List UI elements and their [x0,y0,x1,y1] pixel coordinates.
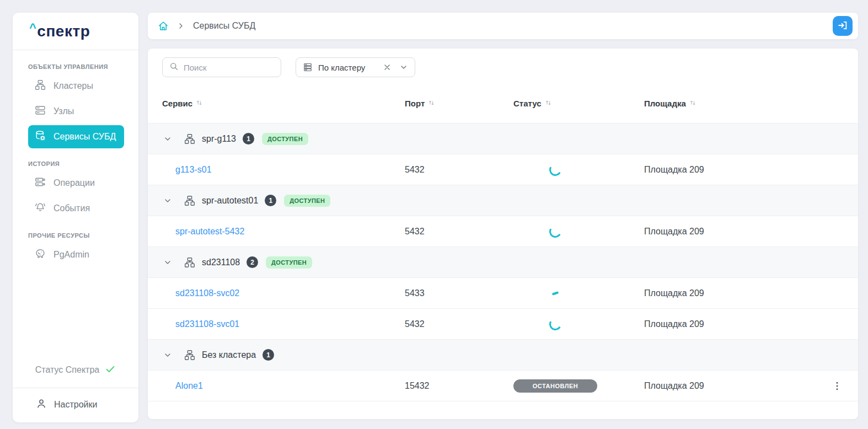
chevron-down-icon[interactable] [399,63,408,72]
topbar: Сервисы СУБД [148,13,858,39]
db-services-panel: По кластеру СервисПортСтатусПлощадка spr… [148,49,858,419]
clear-filter-icon[interactable] [383,63,392,72]
service-status [513,164,644,176]
cluster-status-badge: ДОСТУПЕН [266,256,312,269]
sidebar-nav: ОБЪЕКТЫ УПРАВЛЕНИЯКластерыУзлыСервисы СУ… [13,50,138,356]
chevron-right-icon [176,22,185,30]
column-header-порт[interactable]: Порт [405,99,513,108]
sidebar: ^спектр ОБЪЕКТЫ УПРАВЛЕНИЯКластерыУзлыСе… [13,13,138,422]
loading-spinner [548,162,563,177]
service-name-link[interactable]: spr-autotest-5432 [162,227,405,237]
sidebar-item-label: Сервисы СУБД [53,132,116,142]
column-header-статус[interactable]: Статус [513,99,644,108]
column-label: Площадка [644,99,686,108]
logo-caret: ^ [29,21,36,35]
loading-spinner [552,291,559,296]
service-count-badge: 1 [262,349,274,361]
nav-section-title: ПРОЧИЕ РЕСУРСЫ [13,222,138,241]
cluster-name: spr-g113 [202,134,236,144]
chevron-down-icon[interactable] [163,196,172,205]
loading-spinner [548,317,563,331]
home-icon[interactable] [158,20,169,31]
spektr-status-label: Статус Спектра [35,365,99,375]
cluster-name: sd231108 [202,258,240,267]
user-icon [36,398,47,411]
sidebar-item-сервисы-субд[interactable]: Сервисы СУБД [28,125,124,148]
chevron-down-icon[interactable] [163,351,172,360]
group-by-cluster-filter[interactable]: По кластеру [296,57,415,77]
sidebar-item-label: Операции [53,178,95,188]
service-name-link[interactable]: Alone1 [162,381,405,391]
search-input[interactable] [184,63,274,72]
cluster-icon [184,257,195,268]
table-body: spr-g1131ДОСТУПЕНg113-s015432Площадка 20… [148,124,858,401]
cluster-group-row[interactable]: Без кластера1 [148,340,858,371]
column-label: Порт [405,99,425,108]
cluster-icon [184,350,195,361]
login-button[interactable] [833,16,853,36]
service-row: g113-s015432Площадка 209 [148,154,858,185]
service-row: Alone115432ОСТАНОВЛЕНПлощадка 209 [148,371,858,401]
service-name-link[interactable]: sd231108-svc02 [162,288,405,298]
cluster-group-row[interactable]: spr-g1131ДОСТУПЕН [148,124,858,154]
sort-icon[interactable] [196,99,203,108]
pgadmin-elephant-icon [35,248,46,261]
loading-spinner [548,224,563,239]
settings-label: Настройки [54,400,97,410]
column-label: Сервис [162,99,192,108]
cluster-status-badge: ДОСТУПЕН [262,133,308,145]
sidebar-item-узлы[interactable]: Узлы [28,100,124,123]
status-badge-stopped: ОСТАНОВЛЕН [513,379,597,393]
sidebar-item-label: Узлы [53,106,74,116]
sidebar-item-события[interactable]: События [28,197,124,220]
nav-section-title: ИСТОРИЯ [13,151,138,169]
chevron-down-icon[interactable] [163,135,172,143]
sidebar-item-label: События [53,203,90,213]
cluster-group-row[interactable]: sd2311082ДОСТУПЕН [148,247,858,278]
cluster-icon [184,133,195,144]
service-status [513,226,644,238]
search-box[interactable] [162,57,281,77]
cluster-icon [184,195,195,206]
sort-icon[interactable] [545,99,552,108]
operations-icon [35,176,46,190]
sidebar-item-операции[interactable]: Операции [28,171,124,195]
column-header-площадка[interactable]: Площадка [644,99,822,108]
service-site: Площадка 209 [644,288,822,298]
filter-label: По кластеру [318,63,365,72]
service-port: 5432 [405,227,513,237]
service-site: Площадка 209 [644,381,822,391]
service-count-badge: 1 [243,133,254,144]
cluster-icon [35,79,46,93]
spektr-status: Статус Спектра [13,356,138,388]
service-name-link[interactable]: sd231108-svc01 [162,319,405,329]
service-row: sd231108-svc025433Площадка 209 [148,278,858,309]
chevron-down-icon[interactable] [163,258,172,267]
table-header: СервисПортСтатусПлощадка [148,77,858,124]
cluster-group-row[interactable]: spr-autotest011ДОСТУПЕН [148,185,858,216]
service-count-badge: 1 [265,195,276,206]
sort-icon[interactable] [689,99,696,108]
breadcrumb: Сервисы СУБД [158,20,833,31]
service-site: Площадка 209 [644,227,822,237]
sort-icon[interactable] [428,99,435,108]
service-port: 5433 [405,288,513,298]
column-header-сервис[interactable]: Сервис [162,99,405,108]
sidebar-item-кластеры[interactable]: Кластеры [28,74,124,98]
check-icon [105,363,116,377]
settings-button[interactable]: Настройки [13,388,138,415]
sidebar-item-label: PgAdmin [53,250,89,260]
service-status: ОСТАНОВЛЕН [513,379,644,393]
app-logo: ^спектр [13,13,138,50]
service-port: 5432 [405,319,513,329]
sidebar-item-pgadmin[interactable]: PgAdmin [28,243,124,266]
service-site: Площадка 209 [644,165,822,175]
search-icon [169,62,179,73]
nav-section-title: ОБЪЕКТЫ УПРАВЛЕНИЯ [13,53,138,72]
service-port: 15432 [405,381,513,391]
toolbar: По кластеру [148,49,858,77]
service-site: Площадка 209 [644,319,822,329]
sidebar-item-label: Кластеры [53,81,93,91]
row-menu-button[interactable] [822,380,853,392]
service-name-link[interactable]: g113-s01 [162,165,405,175]
